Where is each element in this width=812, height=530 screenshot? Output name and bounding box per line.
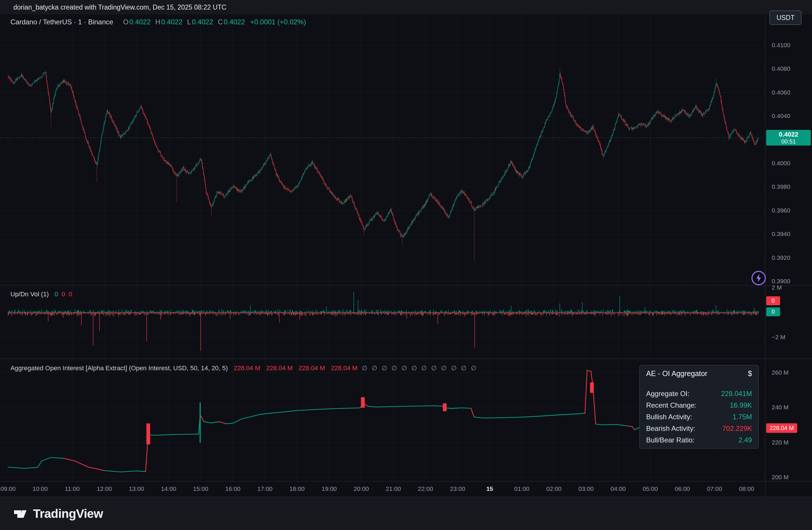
oi-legend-empty-value: ∅ (461, 365, 466, 372)
time-axis-label: 16:00 (225, 485, 241, 492)
ohlc-label: H (156, 18, 160, 26)
oi-tooltip-header: AE - OI Aggregator $ (646, 369, 752, 378)
ohlc-label: O (123, 18, 129, 26)
price-axis-label: 0.3940 (772, 231, 790, 237)
volume-legend-value: 0 (55, 291, 58, 298)
time-axis-label: 02:00 (546, 485, 562, 492)
price-axis[interactable]: 0.41000.40800.40600.40400.40000.39800.39… (765, 15, 812, 481)
brand-name: TradingView (33, 507, 103, 521)
oi-tooltip-row: Recent Change:16.99K (646, 401, 752, 409)
oi-tooltip-row: Bull/Bear Ratio:2.49 (646, 436, 752, 444)
time-axis-label: 19:00 (322, 485, 337, 492)
oi-tooltip-row: Bearish Activity:702.229K (646, 425, 752, 432)
oi-tooltip-row-value: 16.99K (730, 401, 752, 409)
oi-legend-empty-value: ∅ (421, 365, 427, 372)
time-axis-label: 05:00 (643, 485, 658, 492)
oi-tooltip-row-label: Bearish Activity: (646, 425, 695, 432)
oi-legend-empty-value: ∅ (451, 365, 456, 372)
currency-toggle-button[interactable]: USDT (769, 11, 801, 25)
time-axis-label: 03:00 (579, 485, 594, 492)
oi-legend-title[interactable]: Aggregated Open Interest [Alpha Extract]… (11, 365, 228, 372)
time-axis-label: 13:00 (129, 485, 144, 492)
ohlc-value: 0.4022 (223, 18, 245, 26)
oi-tooltip-row-label: Bullish Activity: (646, 413, 692, 421)
time-axis-label: 18:00 (289, 485, 305, 492)
ohlc-value: 0.4022 (161, 18, 183, 26)
volume-legend-value: 0 (69, 291, 72, 298)
time-axis-label: 22:00 (418, 485, 433, 492)
oi-legend-empty-values: ∅∅∅∅∅∅∅∅∅∅∅∅ (358, 365, 477, 372)
time-axis-label: 23:00 (450, 485, 465, 492)
volume-legend-value: 0 (61, 291, 65, 298)
lightning-icon (751, 270, 767, 286)
oi-tooltip-row-label: Recent Change: (646, 401, 696, 409)
main-chart-legend[interactable]: Cardano / TetherUS · 1 · Binance O0.4022… (11, 18, 306, 26)
ohlc-value: 0.4022 (192, 18, 213, 26)
time-axis-label: 15 (486, 485, 493, 492)
time-axis-label: 07:00 (707, 485, 722, 492)
oi-legend-value: 228.04 M (331, 365, 358, 372)
volume-zero-badge: 0 (766, 296, 780, 305)
volume-axis-label: −2 M (772, 334, 785, 341)
price-axis-label: 0.4100 (772, 42, 790, 49)
tradingview-logo-link[interactable]: TradingView (12, 506, 103, 521)
flash-boost-button[interactable] (751, 270, 767, 286)
oi-legend-empty-value: ∅ (362, 365, 367, 372)
oi-tooltip-row: Bullish Activity:1.75M (646, 413, 752, 421)
oi-tooltip-row-value: 2.49 (738, 436, 752, 444)
oi-legend-empty-value: ∅ (471, 365, 476, 372)
time-axis-label: 09:00 (0, 485, 16, 492)
oi-tooltip-row-label: Aggregate OI: (646, 390, 689, 398)
time-axis-label: 04:00 (610, 485, 626, 492)
volume-zero-badge: 0 (766, 307, 780, 316)
oi-axis-label: 220 M (772, 439, 788, 446)
oi-legend-value: 228.04 M (266, 365, 293, 372)
volume-legend-title[interactable]: Up/Dn Vol (1) (11, 291, 49, 298)
oi-legend-empty-value: ∅ (401, 365, 407, 372)
oi-tooltip-row-value: 1.75M (733, 413, 752, 421)
footer-bar: TradingView (0, 497, 812, 530)
oi-tooltip-currency: $ (748, 369, 752, 378)
attribution-text: dorian_batycka created with TradingView.… (13, 3, 227, 11)
oi-tooltip-row: Aggregate OI:228.041M (646, 390, 752, 398)
time-axis-label: 01:00 (514, 485, 530, 492)
time-axis-label: 08:00 (739, 485, 754, 492)
oi-legend-empty-value: ∅ (382, 365, 387, 372)
price-axis-label: 0.4000 (772, 160, 790, 167)
oi-legend-empty-value: ∅ (411, 365, 417, 372)
oi-axis-label: 260 M (772, 369, 788, 376)
attribution-bar: dorian_batycka created with TradingView.… (0, 0, 812, 15)
oi-axis-label: 240 M (772, 404, 788, 411)
oi-legend-values: 228.04 M228.04 M228.04 M228.04 M (228, 365, 358, 372)
oi-axis-label: 200 M (772, 474, 788, 481)
volume-legend[interactable]: Up/Dn Vol (1) 000 (11, 291, 72, 298)
price-axis-label: 0.3980 (772, 183, 790, 190)
oi-last-value-badge: 228.04 M (766, 423, 797, 433)
ohlc-label: C (218, 18, 223, 26)
oi-tooltip-row-value: 702.229K (722, 425, 752, 432)
time-axis-label: 14:00 (161, 485, 176, 492)
last-price: 0.4022 (766, 131, 811, 138)
oi-legend[interactable]: Aggregated Open Interest [Alpha Extract]… (11, 365, 477, 372)
oi-legend-empty-value: ∅ (392, 365, 397, 372)
price-axis-label: 0.3960 (772, 207, 790, 214)
bar-countdown: 00:51 (766, 138, 811, 145)
ohlc-values: O0.4022H0.4022L0.4022C0.4022 (118, 18, 245, 26)
oi-legend-value: 228.04 M (234, 365, 260, 372)
time-axis-label: 06:00 (675, 485, 690, 492)
oi-tooltip-rows: Aggregate OI:228.041MRecent Change:16.99… (646, 390, 752, 444)
oi-legend-empty-value: ∅ (372, 365, 377, 372)
time-axis-label: 21:00 (386, 485, 401, 492)
ohlc-value: 0.4022 (129, 18, 150, 26)
time-axis-label: 10:00 (32, 485, 48, 492)
symbol-title[interactable]: Cardano / TetherUS · 1 · Binance (11, 18, 113, 26)
oi-tooltip-panel: AE - OI Aggregator $ Aggregate OI:228.04… (639, 365, 759, 448)
time-axis[interactable]: 09:0010:0011:0012:0013:0014:0015:0016:00… (0, 481, 765, 497)
price-change: +0.0001 (+0.02%) (250, 18, 306, 26)
price-axis-label: 0.3900 (772, 278, 790, 285)
volume-legend-values: 000 (51, 291, 72, 298)
time-axis-label: 11:00 (65, 485, 80, 492)
ohlc-label: L (187, 18, 191, 26)
time-axis-label: 15:00 (193, 485, 208, 492)
price-axis-label: 0.4080 (772, 65, 790, 72)
